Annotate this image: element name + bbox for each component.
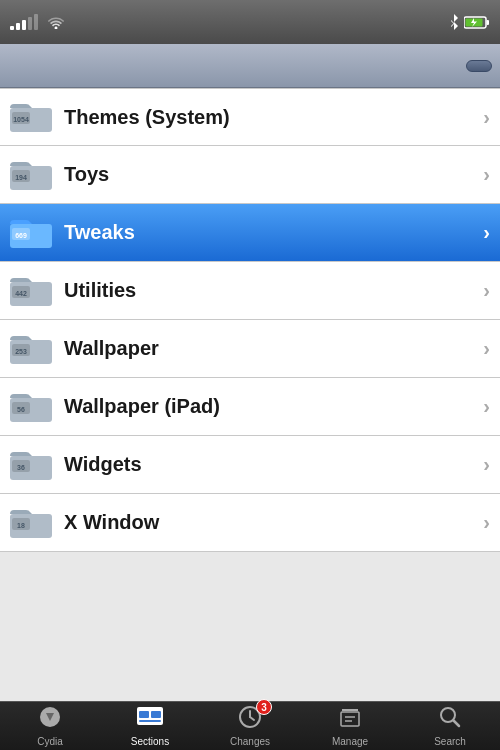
- manage-icon: [338, 705, 362, 729]
- folder-icon: 442: [10, 273, 52, 309]
- svg-text:1054: 1054: [13, 116, 29, 123]
- folder-icon: 56: [10, 389, 52, 425]
- tab-changes[interactable]: 3 Changes: [200, 702, 300, 750]
- svg-rect-1: [487, 20, 490, 25]
- battery-icon: [464, 16, 490, 29]
- chevron-icon: ›: [483, 453, 490, 476]
- list-item-tweaks[interactable]: 669 Tweaks ›: [0, 204, 500, 262]
- svg-text:18: 18: [17, 521, 25, 528]
- list-item-label: Wallpaper (iPad): [64, 395, 483, 418]
- list-item-utilities[interactable]: 442 Utilities ›: [0, 262, 500, 320]
- edit-button[interactable]: [466, 60, 492, 72]
- tab-sections[interactable]: Sections: [100, 702, 200, 750]
- tab-search[interactable]: Search: [400, 702, 500, 750]
- svg-text:36: 36: [17, 463, 25, 470]
- chevron-icon: ›: [483, 337, 490, 360]
- bluetooth-icon: [449, 14, 459, 30]
- svg-rect-30: [151, 711, 161, 718]
- list-item-widgets[interactable]: 36 Widgets ›: [0, 436, 500, 494]
- list-item-toys[interactable]: 194 Toys ›: [0, 146, 500, 204]
- list-item-themes-system[interactable]: 1054 Themes (System) ›: [0, 88, 500, 146]
- list-item-label: Tweaks: [64, 221, 483, 244]
- changes-badge: 3: [256, 699, 272, 715]
- list-item-label: X Window: [64, 511, 483, 534]
- tab-icon-changes: 3: [238, 705, 262, 734]
- chevron-icon: ›: [483, 163, 490, 186]
- svg-rect-31: [139, 720, 161, 722]
- list-item-label: Wallpaper: [64, 337, 483, 360]
- svg-rect-29: [139, 711, 149, 718]
- tab-icon-sections: [137, 705, 163, 734]
- sections-icon: [137, 705, 163, 729]
- svg-text:442: 442: [15, 289, 27, 296]
- signal-bars: [10, 14, 38, 30]
- tab-label-changes: Changes: [230, 736, 270, 747]
- list-item-label: Themes (System): [64, 106, 483, 129]
- svg-text:56: 56: [17, 405, 25, 412]
- folder-icon: 18: [10, 505, 52, 541]
- list-container: 1054 Themes (System) › 194 Toys ›: [0, 88, 500, 701]
- folder-icon: 36: [10, 447, 52, 483]
- status-bar: [0, 0, 500, 44]
- svg-text:669: 669: [15, 231, 27, 238]
- svg-text:253: 253: [15, 347, 27, 354]
- tab-icon-cydia: [38, 705, 62, 734]
- cydia-icon: [38, 705, 62, 729]
- tab-manage[interactable]: Manage: [300, 702, 400, 750]
- tab-bar: Cydia Sections 3 Changes Manage: [0, 701, 500, 750]
- chevron-icon: ›: [483, 511, 490, 534]
- tab-label-cydia: Cydia: [37, 736, 63, 747]
- folder-icon: 669: [10, 215, 52, 251]
- nav-bar: [0, 44, 500, 88]
- svg-line-38: [454, 721, 460, 727]
- list-item-wallpaper[interactable]: 253 Wallpaper ›: [0, 320, 500, 378]
- folder-icon: 1054: [10, 99, 52, 135]
- chevron-icon: ›: [483, 221, 490, 244]
- changes-badge-wrapper: 3: [238, 705, 262, 734]
- chevron-icon: ›: [483, 106, 490, 129]
- wifi-icon: [48, 16, 64, 29]
- chevron-icon: ›: [483, 279, 490, 302]
- tab-label-sections: Sections: [131, 736, 169, 747]
- status-left: [10, 14, 64, 30]
- chevron-icon: ›: [483, 395, 490, 418]
- list-item-wallpaper-ipad[interactable]: 56 Wallpaper (iPad) ›: [0, 378, 500, 436]
- list-item-label: Utilities: [64, 279, 483, 302]
- tab-icon-manage: [338, 705, 362, 734]
- tab-icon-search: [438, 705, 462, 734]
- folder-icon: 253: [10, 331, 52, 367]
- list-item-x-window[interactable]: 18 X Window ›: [0, 494, 500, 552]
- list-item-label: Toys: [64, 163, 483, 186]
- tab-cydia[interactable]: Cydia: [0, 702, 100, 750]
- tab-label-manage: Manage: [332, 736, 368, 747]
- search-icon: [438, 705, 462, 729]
- svg-line-34: [250, 717, 254, 720]
- folder-icon: 194: [10, 157, 52, 193]
- tab-label-search: Search: [434, 736, 466, 747]
- list-item-label: Widgets: [64, 453, 483, 476]
- svg-text:194: 194: [15, 173, 27, 180]
- status-right: [449, 14, 490, 30]
